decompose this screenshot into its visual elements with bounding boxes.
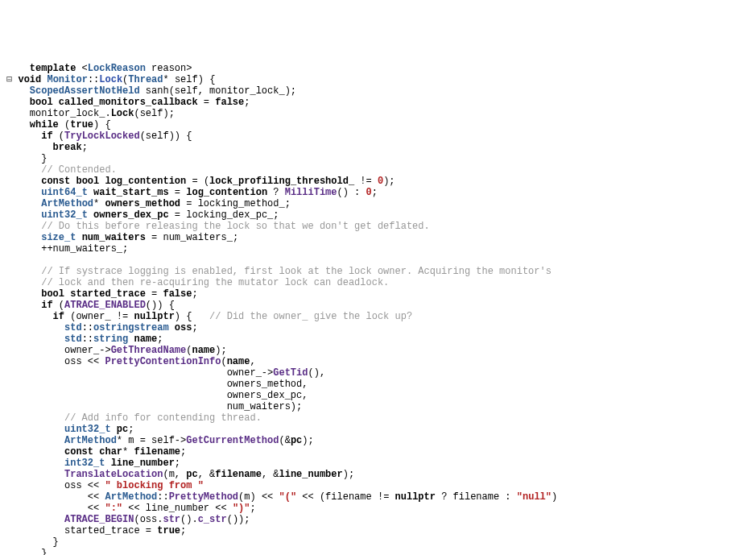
kw: if [41, 130, 52, 142]
t: (self)) { [140, 130, 192, 142]
fn: TryLockLocked [64, 130, 140, 142]
t: ()) { [146, 300, 175, 311]
t: ? [267, 187, 285, 198]
kw: false [163, 288, 192, 300]
fn: Lock [111, 108, 134, 119]
type: ArtMethod [41, 198, 93, 209]
var: called_monitors_callback [59, 97, 198, 108]
t: ) { [175, 311, 209, 322]
t [88, 209, 93, 221]
str: " blocking from " [105, 480, 203, 491]
t: ) { [93, 119, 111, 130]
t: ; [192, 322, 197, 333]
id: name [192, 345, 215, 356]
t: (), [308, 367, 325, 379]
fn: TranslateLocation [64, 469, 163, 480]
ns: std [64, 322, 82, 333]
type: ScopedAssertNotHeld [30, 85, 140, 97]
t: :: [82, 333, 93, 345]
fn: MilliTime [285, 187, 337, 198]
cls: Monitor [47, 74, 87, 85]
t: (self); [134, 108, 174, 119]
t: ; [128, 424, 134, 435]
t: (m) << [238, 491, 279, 503]
kw: bool [41, 288, 64, 300]
t: , & [262, 469, 279, 480]
t: * [163, 74, 169, 85]
gutter-marker [18, 63, 29, 74]
t: (& [279, 435, 290, 446]
type: uint64_t [41, 187, 88, 198]
kw: while [30, 119, 59, 130]
t: ); [215, 345, 226, 356]
comment: // Did the owner_ give the lock up? [209, 311, 412, 322]
kw: bool [30, 97, 53, 108]
kw: char [99, 446, 122, 458]
type: uint32_t [64, 424, 111, 435]
var: line_number [111, 458, 175, 469]
t: = num_waiters_; [146, 232, 238, 243]
t: ; [250, 503, 255, 514]
kw: bool [76, 176, 99, 187]
t [88, 187, 93, 198]
fn: str [163, 514, 180, 525]
t [169, 322, 175, 333]
t: ; [192, 288, 197, 300]
comment: // lock and then re-acquiring the mutato… [41, 277, 389, 288]
type: Thread [128, 74, 163, 85]
t: started_trace = [64, 525, 157, 536]
t: < [76, 63, 87, 74]
id: lock_profiling_threshold_ [209, 176, 354, 187]
id: reason [151, 63, 186, 74]
t [76, 232, 81, 243]
type: int32_t [64, 458, 105, 469]
t: ? filename : [436, 491, 517, 503]
t: ); [383, 176, 395, 187]
t: , & [198, 469, 216, 480]
kw: const [64, 446, 93, 458]
type: size_t [41, 232, 76, 243]
t: ()); [227, 514, 250, 525]
arg: self [169, 74, 198, 85]
t: ( [221, 356, 226, 367]
t: } [41, 548, 47, 555]
comment: // If systrace logging is enabled, first… [41, 266, 552, 277]
t: ); [343, 469, 354, 480]
type: ostringstream [93, 322, 169, 333]
t: owners_method, [227, 379, 308, 390]
t: (m, [163, 469, 186, 480]
t: ++num_waiters_; [41, 243, 128, 255]
fn: c_str [198, 514, 227, 525]
t: = [169, 187, 187, 198]
t: oss << [64, 356, 105, 367]
t [111, 424, 117, 435]
type: uint32_t [41, 209, 88, 221]
id: line_number [279, 469, 342, 480]
t: owners_dex_pc, [227, 390, 308, 401]
t: ; [82, 142, 88, 153]
t: != [354, 176, 378, 187]
kw: nullptr [134, 311, 174, 322]
t: ( [59, 119, 70, 130]
t: * [122, 446, 134, 458]
t: ; [244, 97, 250, 108]
t: = [146, 288, 163, 300]
t: sanh(self, monitor_lock_); [140, 85, 296, 97]
ns: ArtMethod [105, 491, 157, 503]
t: () : [337, 187, 366, 198]
t: = [198, 97, 216, 108]
t: ) { [198, 74, 216, 85]
t: ; [175, 458, 180, 469]
id: log_contention [186, 187, 267, 198]
kw: const [41, 176, 70, 187]
str: ")" [233, 503, 250, 514]
t: (owner_ != [64, 311, 134, 322]
kw: if [41, 300, 52, 311]
t [146, 63, 151, 74]
id: pc [186, 469, 197, 480]
var: oss [175, 322, 192, 333]
comment: // Add info for contending thread. [64, 412, 262, 424]
str: "(" [279, 491, 297, 503]
id: filename [215, 469, 262, 480]
fn: ATRACE_ENABLED [64, 300, 146, 311]
